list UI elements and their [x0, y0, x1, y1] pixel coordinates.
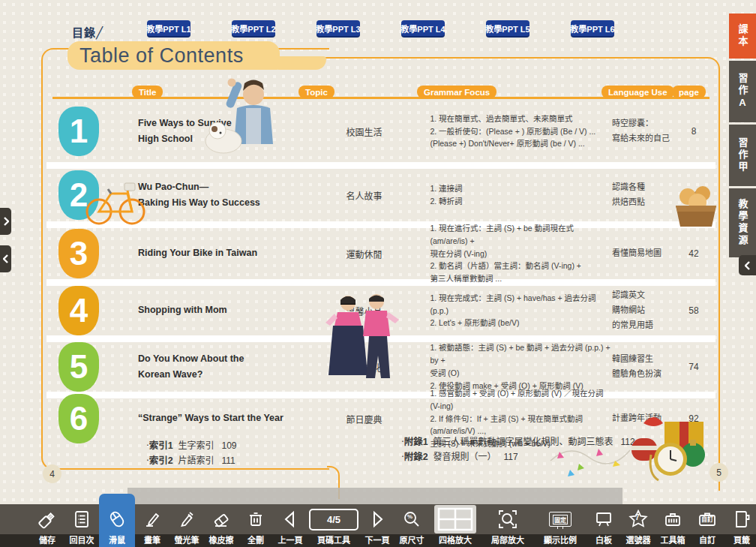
eraser-icon	[212, 506, 231, 532]
lesson-number-badge: 2	[58, 170, 99, 220]
delete-all-button[interactable]: 全刪	[238, 504, 273, 547]
tab-workbook-jia[interactable]: 習作甲	[729, 125, 756, 186]
four-pane-zoom-button[interactable]: 四格放大	[429, 504, 482, 547]
eraser-tool-button[interactable]: 橡皮擦	[204, 504, 238, 547]
lesson-language-use: 時空膠囊： 寫給未來的自己	[612, 116, 676, 146]
pen-tool-button[interactable]: 畫筆	[135, 504, 170, 547]
left-edge-collapse-button[interactable]	[0, 245, 11, 272]
mouse-tool-button[interactable]: 滑鼠	[99, 494, 135, 547]
tab-workbook-a[interactable]: 習作A	[729, 61, 756, 122]
lesson-page: 58	[678, 305, 710, 316]
lesson-grammar: 1. 連接詞 2. 轉折詞	[430, 182, 610, 208]
page-title-text: Table of Contents	[68, 44, 244, 68]
lesson-topic: 運動休閒	[346, 248, 409, 260]
lesson-page: 42	[678, 248, 710, 259]
lesson-language-use: 韓國練習生 體驗角色扮演	[612, 352, 676, 382]
lesson-language-use: 看懂簡易地圖	[612, 246, 676, 261]
toc-table: 1 Five Ways to Survive High School 校園生活 …	[52, 101, 710, 439]
column-header-page: page	[672, 86, 706, 98]
toolbar-items: 儲存 回目次 滑鼠	[30, 494, 756, 547]
column-header-language-use: Language Use	[602, 86, 674, 98]
highlighter-tool-button[interactable]: 螢光筆	[170, 504, 204, 547]
lesson-page: 8	[678, 126, 710, 137]
ppt-button-l2[interactable]: 教學PPT L2	[232, 20, 275, 36]
lesson-language-use: 認識各種 烘焙西點	[612, 180, 676, 210]
display-ratio-icon: 固定	[549, 506, 572, 532]
ppt-button-l1[interactable]: 教學PPT L1	[147, 20, 190, 36]
save-button[interactable]: 儲存	[30, 504, 64, 547]
page-indicator[interactable]: 4/5	[309, 509, 358, 530]
custom-toolbox-button[interactable]: 自訂 自訂	[690, 504, 724, 547]
tab-teaching-resources[interactable]: 教學資源	[729, 188, 756, 257]
lesson-title: Wu Pao-Chun— Baking His Way to Success	[138, 179, 290, 212]
whiteboard-icon	[594, 506, 614, 532]
whiteboard-button[interactable]: 白板	[586, 504, 621, 547]
toc-row-3: 3 Riding Your Bike in Taiwan 運動休閒 1. 現在進…	[52, 228, 710, 279]
lesson-grammar: 1. 被動語態：主詞 (S) + be 動詞 + 過去分詞 (p.p.) + b…	[430, 341, 610, 392]
lesson-number-badge: 3	[58, 229, 99, 278]
lesson-page: 92	[678, 413, 710, 424]
column-header-grammar-focus: Grammar Focus	[417, 86, 496, 98]
toc-row-1: 1 Five Ways to Survive High School 校園生活 …	[52, 101, 710, 162]
toc-list-icon	[72, 506, 92, 532]
lesson-title: Do You Know About the Korean Wave?	[138, 351, 290, 383]
lesson-title: “Strange” Ways to Start the Year	[138, 410, 290, 426]
toc-row-5: 5 Do You Know About the Korean Wave? 流行文…	[52, 342, 710, 392]
ebook-viewer: 目錄╱ 教學PPT L1 教學PPT L2 教學PPT L3 教學PPT L4 …	[0, 0, 756, 547]
toc-row-4: 4 Shopping with Mom 溫馨小品 1. 現在完成式：主詞 (S)…	[52, 286, 710, 335]
section-label: 目錄╱	[72, 24, 104, 40]
original-size-button[interactable]: % 原尺寸	[394, 504, 429, 547]
appendix-entry-1: ‧附錄1 第三人稱單數動詞字尾變化規則、動詞三態表112	[401, 434, 635, 448]
tab-textbook[interactable]: 課本	[729, 14, 756, 59]
prev-triangle-icon	[280, 506, 300, 532]
toc-row-6: 6 “Strange” Ways to Start the Year 節日慶典 …	[52, 398, 710, 439]
toolbox-button[interactable]: 工具箱	[656, 504, 690, 547]
toolbox-icon	[663, 506, 682, 532]
next-page-button[interactable]: 下一頁	[360, 504, 394, 547]
pen-icon	[142, 506, 162, 532]
page-tab-icon	[732, 506, 752, 532]
column-header-title: Title	[132, 86, 163, 98]
appendix-entry-2: ‧附錄2 發音規則（一）117	[401, 449, 518, 463]
sidebar-tabs: 課本 習作A 習作甲 教學資源	[729, 14, 756, 260]
lesson-topic: 校園生活	[346, 125, 409, 138]
back-to-contents-button[interactable]: 回目次	[64, 504, 99, 547]
lesson-language-use: 認識英文 購物網站 的常見用語	[612, 288, 676, 332]
book-page-number-left: 4	[43, 464, 62, 483]
lesson-title: Riding Your Bike in Taiwan	[138, 245, 290, 261]
row-separator	[46, 279, 716, 286]
lesson-topic: 名人故事	[346, 189, 409, 202]
lesson-page: 74	[678, 362, 710, 372]
lesson-topic: 節日慶典	[346, 413, 409, 425]
ppt-button-l3[interactable]: 教學PPT L3	[316, 20, 360, 36]
row-separator	[46, 162, 716, 169]
zoom-percent-icon: %	[402, 506, 422, 532]
page-number-tool-button[interactable]: 4/5 頁碼工具	[308, 504, 360, 547]
index-entry-2: ‧索引2 片語索引111	[146, 452, 236, 467]
display-ratio-button[interactable]: 固定 顯示比例	[534, 504, 586, 547]
region-zoom-button[interactable]: 局部放大	[482, 504, 534, 547]
mouse-icon	[107, 506, 127, 532]
lesson-topic: 溫馨小品	[346, 305, 409, 317]
sidebar-collapse-button[interactable]	[739, 255, 756, 275]
ppt-button-l5[interactable]: 教學PPT L5	[486, 20, 530, 36]
previous-page-button[interactable]: 上一頁	[273, 504, 308, 547]
page-tabs-button[interactable]: 頁籤	[724, 504, 756, 547]
next-triangle-icon	[368, 506, 387, 532]
row-separator	[46, 392, 716, 398]
ppt-button-l4[interactable]: 教學PPT L4	[401, 20, 445, 36]
left-edge-expand-button[interactable]	[0, 208, 11, 235]
index-entry-1: ‧索引1 生字索引109	[146, 437, 237, 452]
lesson-grammar: 1. 現在進行式：主詞 (S) + be 動詞現在式 (am/are/is) +…	[430, 222, 610, 285]
lesson-number-badge: 5	[58, 342, 99, 392]
lesson-number-badge: 4	[58, 286, 99, 335]
toc-row-2: 2 Wu Pao-Chun— Baking His Way to Success…	[52, 169, 710, 221]
ppt-button-l6[interactable]: 教學PPT L6	[571, 20, 614, 36]
number-picker-button[interactable]: 7 選號器	[621, 504, 656, 547]
ppt-button-row: 教學PPT L1 教學PPT L2 教學PPT L3 教學PPT L4 教學PP…	[147, 20, 614, 36]
book-page-number-right: 5	[710, 463, 728, 482]
trash-icon	[246, 506, 266, 532]
custom-toolbox-icon: 自訂	[698, 506, 717, 532]
page-title: Table of Contents	[68, 41, 280, 70]
lesson-number-badge: 1	[58, 107, 99, 156]
